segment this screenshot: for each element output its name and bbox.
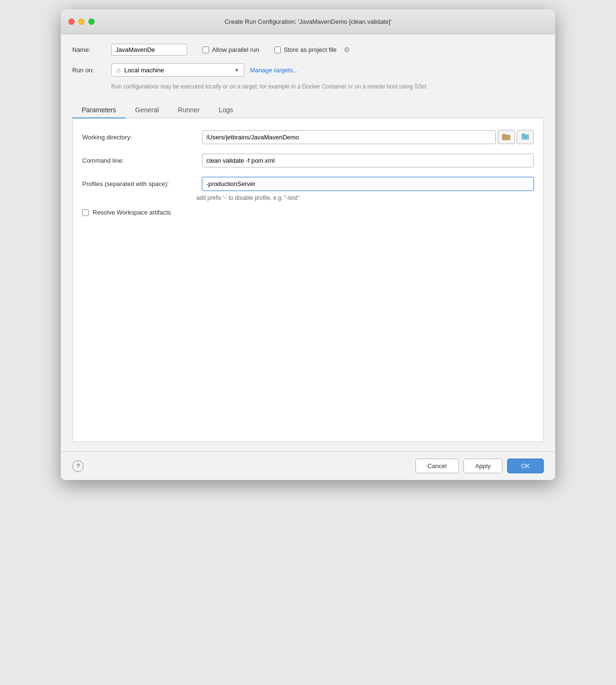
titlebar: Create Run Configuration: 'JavaMavenDemo… (61, 10, 555, 34)
window-title: Create Run Configuration: 'JavaMavenDemo… (224, 18, 391, 25)
tabs-bar: Parameters General Runner Logs (72, 102, 544, 118)
working-dir-row: Working directory: (82, 130, 534, 144)
command-line-label: Command line: (82, 157, 196, 164)
run-on-hint: Run configurations may be executed local… (111, 82, 544, 91)
browse-project-button[interactable] (517, 130, 534, 144)
tab-parameters[interactable]: Parameters (72, 102, 125, 118)
profiles-row: Profiles (separated with space): (82, 177, 534, 191)
home-icon: ⌂ (116, 66, 120, 74)
folder-icon (502, 133, 510, 141)
local-machine-text: Local machine (124, 67, 231, 74)
allow-parallel-checkbox[interactable] (202, 47, 209, 53)
tab-general[interactable]: General (125, 102, 168, 118)
svg-rect-1 (522, 134, 525, 135)
store-project-group: Store as project file (274, 46, 337, 53)
allow-parallel-label: Allow parallel run (212, 46, 259, 53)
command-line-input[interactable] (202, 154, 534, 167)
close-button[interactable] (68, 19, 75, 25)
resolve-checkbox[interactable] (82, 209, 89, 216)
allow-parallel-group: Allow parallel run (202, 46, 259, 53)
command-line-row: Command line: (82, 154, 534, 167)
name-label: Name: (72, 46, 106, 53)
name-input[interactable] (111, 44, 187, 56)
gear-icon[interactable]: ⚙ (342, 46, 351, 54)
profiles-label: Profiles (separated with space): (82, 180, 196, 187)
cancel-button[interactable]: Cancel (415, 459, 458, 473)
tab-runner[interactable]: Runner (168, 102, 209, 118)
run-on-dropdown[interactable]: ⌂ Local machine ▼ (111, 63, 244, 77)
name-row: Name: Allow parallel run Store as projec… (72, 44, 544, 56)
working-dir-input[interactable] (202, 130, 496, 144)
working-dir-label: Working directory: (82, 134, 196, 141)
chevron-down-icon: ▼ (234, 68, 239, 73)
store-project-label: Store as project file (284, 46, 337, 53)
footer-buttons: Cancel Apply OK (415, 459, 544, 473)
run-on-row: Run on: ⌂ Local machine ▼ Manage targets… (72, 63, 544, 77)
manage-targets-link[interactable]: Manage targets... (250, 67, 298, 74)
apply-button[interactable]: Apply (463, 459, 503, 473)
maximize-button[interactable] (88, 19, 95, 25)
resolve-row: Resolve Workspace artifacts (82, 209, 534, 216)
resolve-label: Resolve Workspace artifacts (93, 209, 171, 216)
store-project-checkbox[interactable] (274, 47, 281, 53)
traffic-lights (68, 19, 95, 25)
ok-button[interactable]: OK (507, 459, 544, 473)
browse-folder-button[interactable] (498, 130, 515, 144)
run-on-label: Run on: (72, 67, 106, 74)
parameters-tab-content: Working directory: (72, 118, 544, 442)
help-button[interactable]: ? (72, 460, 84, 472)
main-content: Name: Allow parallel run Store as projec… (61, 34, 555, 451)
dialog-window: Create Run Configuration: 'JavaMavenDemo… (61, 10, 555, 480)
minimize-button[interactable] (78, 19, 85, 25)
profiles-input[interactable] (202, 177, 534, 191)
profiles-hint: add prefix '-' to disable profile, e.g. … (196, 195, 534, 201)
working-dir-input-group (202, 130, 534, 144)
footer: ? Cancel Apply OK (61, 451, 555, 480)
tab-logs[interactable]: Logs (209, 102, 242, 118)
tabs-section: Parameters General Runner Logs Working d… (72, 102, 544, 442)
project-folder-icon (521, 133, 529, 141)
